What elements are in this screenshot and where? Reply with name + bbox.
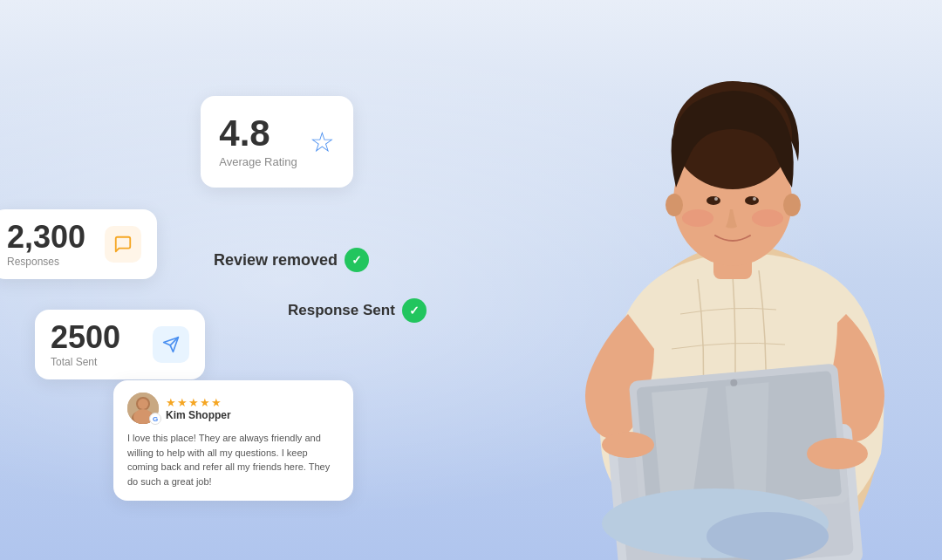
svg-point-12 bbox=[783, 194, 801, 216]
sent-card: 2500 Total Sent bbox=[35, 310, 205, 379]
review-removed-text: Review removed bbox=[214, 251, 338, 270]
svg-point-15 bbox=[714, 197, 718, 201]
svg-point-16 bbox=[753, 197, 756, 201]
svg-point-29 bbox=[602, 432, 654, 458]
responses-label: Responses bbox=[7, 256, 85, 268]
response-sent-notification: Response Sent ✓ bbox=[288, 298, 427, 323]
sent-info: 2500 Total Sent bbox=[51, 322, 120, 368]
rating-number: 4.8 bbox=[219, 115, 297, 152]
review-header: G ★★★★★ Kim Shopper bbox=[127, 393, 339, 424]
review-removed-notification: Review removed ✓ bbox=[214, 248, 369, 272]
response-sent-text: Response Sent bbox=[288, 302, 395, 319]
responses-number: 2,300 bbox=[7, 222, 85, 253]
response-sent-check: ✓ bbox=[402, 298, 427, 323]
svg-point-17 bbox=[682, 209, 713, 227]
rating-card: 4.8 Average Rating ☆ bbox=[201, 96, 353, 188]
google-badge: G bbox=[149, 413, 161, 425]
svg-point-18 bbox=[752, 209, 783, 227]
star-icon: ☆ bbox=[310, 126, 335, 159]
responses-info: 2,300 Responses bbox=[7, 222, 85, 268]
person-illustration bbox=[436, 0, 942, 560]
review-removed-check: ✓ bbox=[345, 248, 369, 272]
svg-point-27 bbox=[706, 512, 829, 560]
svg-point-28 bbox=[807, 438, 868, 469]
svg-point-5 bbox=[138, 399, 148, 409]
svg-point-14 bbox=[745, 196, 759, 205]
sent-label: Total Sent bbox=[51, 356, 120, 368]
rating-label: Average Rating bbox=[219, 155, 297, 168]
review-card: G ★★★★★ Kim Shopper I love this place! T… bbox=[113, 380, 353, 501]
svg-point-11 bbox=[666, 194, 683, 216]
rating-info: 4.8 Average Rating bbox=[219, 115, 297, 168]
responses-card: 2,300 Responses bbox=[0, 209, 157, 279]
chat-icon bbox=[105, 226, 141, 263]
review-stars: ★★★★★ bbox=[166, 396, 231, 409]
review-text: I love this place! They are always frien… bbox=[127, 431, 339, 488]
reviewer-info: ★★★★★ Kim Shopper bbox=[166, 396, 231, 421]
sent-number: 2500 bbox=[51, 322, 120, 353]
svg-point-13 bbox=[706, 196, 720, 205]
send-icon bbox=[153, 326, 189, 363]
reviewer-name: Kim Shopper bbox=[166, 409, 231, 421]
